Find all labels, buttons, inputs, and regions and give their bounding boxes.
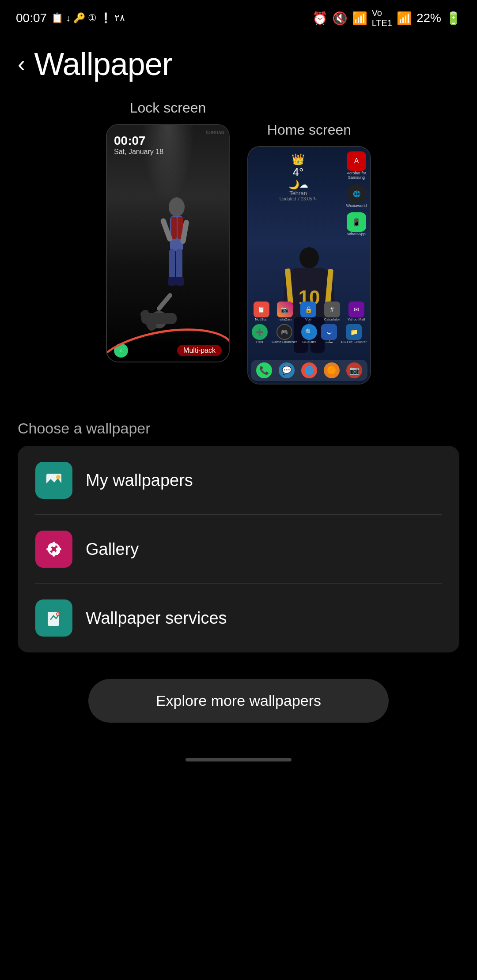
choose-section: Choose a wallpaper My wallpapers <box>0 393 477 661</box>
yahoomail-item[interactable]: ✉ Yahoo Mail <box>348 302 365 321</box>
extra-dock-icon[interactable]: 🟠 <box>324 362 340 378</box>
status-right: ⏰ 🔇 📶 VoLTE1 📶 22% 🔋 <box>312 8 461 28</box>
gallery-icon <box>35 531 72 568</box>
gallery-label: Gallery <box>86 540 139 559</box>
home-screen-phone[interactable]: 10 A Acrobat for Samsung 🌐 <box>247 146 371 384</box>
home-bar <box>186 758 292 761</box>
wallpaper-services-option[interactable]: Wallpaper services <box>18 584 459 652</box>
messages-dock-icon[interactable]: 💬 <box>279 362 295 378</box>
wallpaper-services-label: Wallpaper services <box>86 609 227 628</box>
back-button[interactable]: ‹ <box>18 53 25 75</box>
svg-rect-5 <box>176 249 182 280</box>
svg-rect-4 <box>169 249 175 280</box>
insta-item[interactable]: 📷 InstaZam <box>277 302 293 321</box>
lte-indicator: VoLTE1 <box>372 8 392 28</box>
lock-bottom-bar: C Multi-pack <box>107 339 229 362</box>
home-indicator <box>0 749 477 766</box>
mute-icon: 🔇 <box>332 11 348 26</box>
update-text: Updated 7 23:05 ↻ <box>253 196 344 201</box>
svg-rect-7 <box>176 277 184 286</box>
arabic-item[interactable]: ب ساب <box>321 324 337 344</box>
gamelauncher-item[interactable]: 🎮 Game Launcher <box>272 324 297 344</box>
home-right-icons: A Acrobat for Samsung 🌐 Wuxiaworld 📱 Wha… <box>345 151 367 236</box>
vpn-item[interactable]: 🔒 Vpn <box>300 302 316 321</box>
city-name: Tehran <box>253 190 344 196</box>
lock-screen-label: Lock screen <box>130 100 206 116</box>
gallery-option[interactable]: Gallery <box>18 515 459 584</box>
whatsapp-icon[interactable]: 📱 <box>347 212 366 232</box>
app-row-1: 📋 NotiStar 📷 InstaZam 🔒 Vpn # Calculator <box>250 302 368 321</box>
weather-icon: 🌙☁ <box>253 179 344 190</box>
svg-text:C: C <box>120 349 123 353</box>
choose-label: Choose a wallpaper <box>18 420 459 437</box>
status-time: 00:07 <box>16 11 47 25</box>
lock-date: Sat, January 18 <box>114 148 163 156</box>
wifi-icon: 📶 <box>352 11 367 26</box>
lock-screen-phone[interactable]: 00:07 Sat, January 18 BURHAN C Multi-pac… <box>106 124 230 362</box>
svg-point-0 <box>169 197 185 217</box>
svg-rect-2 <box>171 217 177 239</box>
temperature: 4° <box>253 166 344 179</box>
explore-section: Explore more wallpapers <box>0 661 477 749</box>
wuxia-icon[interactable]: 🌐 <box>347 184 366 204</box>
bluedict-item[interactable]: 🔍 BlueDiet <box>301 324 317 344</box>
lock-screen-info: 00:07 Sat, January 18 <box>114 134 163 156</box>
svg-rect-6 <box>168 277 176 286</box>
wallpaper-services-icon <box>35 599 72 637</box>
esfile-item[interactable]: 📁 ES File Explorer <box>341 324 367 344</box>
calc-item[interactable]: # Calculator <box>324 302 340 321</box>
acrobat-icon[interactable]: A <box>347 151 366 171</box>
crown-icon: 👑 <box>253 153 344 166</box>
wallpaper-options-list: My wallpapers <box>18 446 459 652</box>
app-grid: 📋 NotiStar 📷 InstaZam 🔒 Vpn # Calculator <box>250 300 368 344</box>
status-left: 00:07 📋 ↓ 🔑 ① ❕ ۲۸ <box>16 11 125 25</box>
chrome-dock-icon[interactable]: 🌐 <box>301 362 317 378</box>
watermark: BURHAN <box>206 130 224 135</box>
svg-point-16 <box>299 247 319 268</box>
svg-point-23 <box>56 475 61 479</box>
status-icons: 📋 ↓ 🔑 ① ❕ ۲۸ <box>51 12 125 24</box>
plus-item[interactable]: ➕ Plus <box>252 324 268 344</box>
multipack-badge: Multi-pack <box>177 345 222 356</box>
app-row-2: ➕ Plus 🎮 Game Launcher 🔍 BlueDiet ب ساب <box>250 324 368 344</box>
preview-section: Lock screen <box>0 100 477 393</box>
svg-point-32 <box>52 547 56 551</box>
camera-dock-icon[interactable]: 📷 <box>346 362 362 378</box>
status-bar: 00:07 📋 ↓ 🔑 ① ❕ ۲۸ ⏰ 🔇 📶 VoLTE1 📶 22% 🔋 <box>0 0 477 33</box>
explore-more-button[interactable]: Explore more wallpapers <box>88 679 389 723</box>
home-screen-preview[interactable]: Home screen 10 <box>247 122 371 384</box>
svg-line-13 <box>159 295 170 309</box>
my-wallpapers-option[interactable]: My wallpapers <box>18 446 459 515</box>
signal-icon: 📶 <box>397 11 412 26</box>
lock-bottom-left-icon: C <box>114 343 128 358</box>
weather-widget: 👑 4° 🌙☁ Tehran Updated 7 23:05 ↻ <box>253 153 344 201</box>
my-wallpapers-icon <box>35 462 72 499</box>
lock-screen-preview[interactable]: Lock screen <box>106 100 230 384</box>
notistar-item[interactable]: 📋 NotiStar <box>254 302 269 321</box>
battery-percent: 22% <box>416 11 441 25</box>
home-screen-label: Home screen <box>267 122 351 138</box>
header: ‹ Wallpaper <box>0 33 477 100</box>
alarm-icon: ⏰ <box>312 11 328 26</box>
battery-icon: 🔋 <box>446 11 461 26</box>
lock-time: 00:07 <box>114 134 163 148</box>
home-dock: 📞 💬 🌐 🟠 📷 <box>251 360 367 381</box>
my-wallpapers-label: My wallpapers <box>86 471 193 490</box>
phone-dock-icon[interactable]: 📞 <box>256 362 272 378</box>
soccer-figure <box>128 189 208 339</box>
page-title: Wallpaper <box>34 46 172 82</box>
